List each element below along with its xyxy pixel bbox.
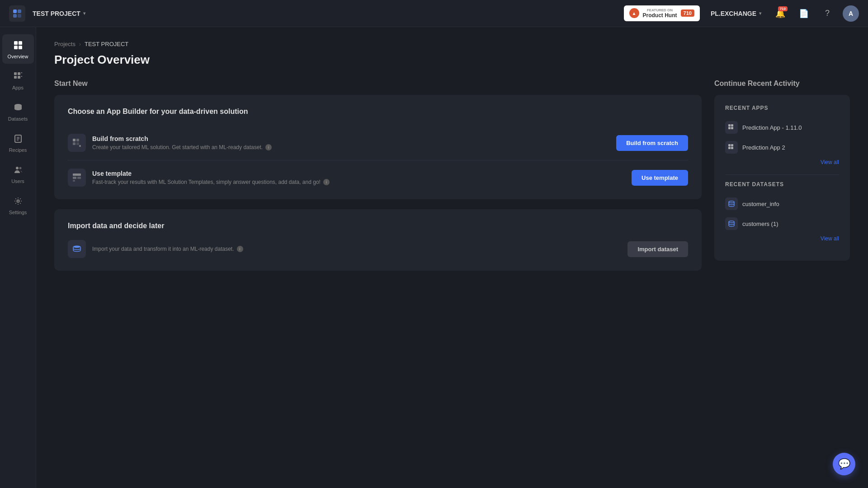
content-area: Projects › TEST PROJECT Project Overview…: [36, 27, 868, 488]
apps-icon: [12, 70, 24, 83]
sidebar-item-settings[interactable]: Settings: [2, 190, 34, 220]
use-template-desc: Fast-track your results with ML Solution…: [92, 179, 625, 185]
recent-apps-section: RECENT APPS Prediction App - 1.1: [725, 105, 839, 165]
recent-datasets-section: RECENT DATASETS customer_info: [725, 181, 839, 242]
breadcrumb: Projects › TEST PROJECT: [54, 41, 850, 47]
sidebar-item-recipes[interactable]: Recipes: [2, 128, 34, 157]
plexchange-label: PL.EXCHANGE: [711, 10, 756, 17]
svg-rect-29: [77, 177, 81, 179]
build-from-scratch-option: Build from scratch Create your tailored …: [68, 126, 688, 160]
start-new-heading: Start New: [54, 80, 702, 88]
svg-rect-33: [731, 124, 733, 127]
settings-icon: [12, 195, 24, 207]
svg-rect-9: [18, 72, 20, 75]
product-hunt-button[interactable]: ▲ FEATURED ON Product Hunt 710: [624, 5, 700, 22]
use-template-button[interactable]: Use template: [632, 170, 688, 186]
sidebar-item-datasets[interactable]: Datasets: [2, 97, 34, 126]
recent-app-name-2: Prediction App 2: [742, 144, 785, 151]
dataset-name-1: customer_info: [742, 201, 779, 207]
sidebar-item-users[interactable]: Users: [2, 159, 34, 188]
import-dataset-icon: [68, 240, 86, 258]
plexchange-chevron-icon: ▾: [759, 11, 761, 16]
dataset-icon-1: [725, 197, 738, 210]
svg-rect-39: [731, 147, 733, 149]
sidebar-item-apps[interactable]: Apps: [2, 66, 34, 95]
import-desc: Import your data and transform it into a…: [92, 246, 621, 252]
use-template-icon: [68, 169, 86, 187]
recent-app-item-2[interactable]: Prediction App 2: [725, 137, 839, 157]
breadcrumb-projects-link[interactable]: Projects: [54, 41, 75, 47]
product-hunt-icon: ▲: [629, 8, 639, 18]
svg-rect-2: [13, 14, 17, 18]
sidebar-item-overview[interactable]: Overview: [2, 34, 34, 64]
two-column-layout: Start New Choose an App Builder for your…: [54, 80, 850, 281]
section-divider: [725, 174, 839, 175]
plexchange-button[interactable]: PL.EXCHANGE ▾: [707, 10, 765, 17]
recent-datasets-title: RECENT DATASETS: [725, 181, 839, 188]
sidebar-recipes-label: Recipes: [9, 147, 27, 153]
recent-dataset-item-1[interactable]: customer_info: [725, 194, 839, 214]
chat-bubble-button[interactable]: 💬: [833, 453, 855, 475]
project-chevron-icon: ▾: [83, 11, 85, 16]
svg-rect-32: [728, 124, 731, 127]
svg-rect-36: [728, 144, 731, 146]
svg-rect-35: [731, 127, 733, 129]
datasets-view-all-link[interactable]: View all: [725, 235, 839, 242]
import-card-heading: Import data and decide later: [68, 222, 688, 230]
document-icon: 📄: [799, 9, 809, 19]
svg-rect-22: [73, 139, 75, 141]
build-from-scratch-button[interactable]: Build from scratch: [616, 135, 688, 151]
apps-view-all-link[interactable]: View all: [725, 159, 839, 165]
svg-rect-6: [14, 46, 18, 49]
template-info-icon[interactable]: i: [323, 179, 330, 185]
recipes-icon: [12, 132, 24, 145]
build-from-scratch-info: Build from scratch Create your tailored …: [92, 135, 610, 150]
svg-rect-13: [21, 76, 22, 77]
import-info-icon[interactable]: i: [237, 246, 243, 252]
svg-rect-38: [728, 147, 731, 149]
right-column: Continue Recent Activity RECENT APPS: [714, 80, 850, 281]
use-template-title: Use template: [92, 170, 625, 177]
page-title: Project Overview: [54, 53, 850, 67]
product-hunt-score: 710: [681, 9, 694, 17]
svg-rect-28: [73, 177, 76, 179]
svg-point-31: [73, 246, 80, 248]
recent-app-icon-2: [725, 141, 738, 154]
build-from-scratch-icon: [68, 134, 86, 152]
build-from-scratch-desc: Create your tailored ML solution. Get st…: [92, 144, 610, 150]
help-button[interactable]: ?: [819, 5, 835, 22]
svg-rect-1: [18, 9, 21, 13]
main-layout: Overview Apps: [0, 27, 868, 488]
svg-rect-0: [13, 9, 17, 13]
import-dataset-button[interactable]: Import dataset: [627, 241, 688, 257]
avatar-button[interactable]: A: [843, 5, 859, 22]
recent-app-item-1[interactable]: Prediction App - 1.11.0: [725, 117, 839, 137]
sidebar-apps-label: Apps: [12, 85, 24, 90]
sidebar: Overview Apps: [0, 27, 36, 488]
use-template-info: Use template Fast-track your results wit…: [92, 170, 625, 185]
svg-rect-3: [18, 14, 21, 18]
document-button[interactable]: 📄: [796, 5, 812, 22]
project-selector[interactable]: TEST PROJECT ▾: [33, 10, 85, 17]
logo-icon: [9, 5, 25, 22]
svg-rect-37: [731, 144, 733, 146]
svg-rect-26: [79, 145, 81, 147]
import-data-card: Import data and decide later Import your…: [54, 209, 702, 271]
svg-point-40: [729, 201, 734, 203]
help-icon: ?: [825, 9, 830, 18]
build-info-icon[interactable]: i: [265, 144, 272, 150]
app-builder-card: Choose an App Builder for your data-driv…: [54, 95, 702, 199]
breadcrumb-separator: ›: [79, 41, 81, 47]
svg-rect-10: [14, 76, 17, 79]
topbar: TEST PROJECT ▾ ▲ FEATURED ON Product Hun…: [0, 0, 868, 27]
notification-button[interactable]: 🔔 710: [772, 5, 788, 22]
recent-dataset-item-2[interactable]: customers (1): [725, 214, 839, 234]
svg-point-20: [19, 167, 21, 169]
sidebar-datasets-label: Datasets: [8, 116, 28, 122]
sidebar-settings-label: Settings: [9, 210, 27, 215]
recent-app-name-1: Prediction App - 1.11.0: [742, 124, 802, 131]
product-hunt-top-label: FEATURED ON: [643, 8, 677, 13]
svg-rect-12: [21, 72, 22, 73]
svg-rect-27: [73, 174, 81, 176]
project-name: TEST PROJECT: [33, 10, 80, 17]
